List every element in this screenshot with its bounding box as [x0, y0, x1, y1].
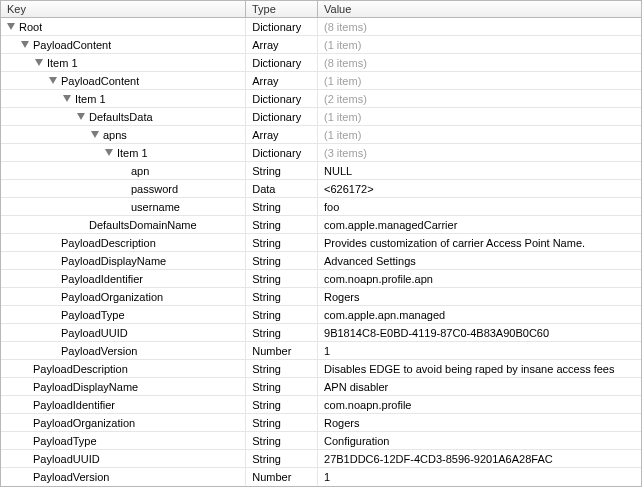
- type-cell[interactable]: Dictionary: [246, 108, 318, 125]
- table-row[interactable]: DefaultsDomainNameStringcom.apple.manage…: [1, 216, 641, 234]
- type-cell[interactable]: Dictionary: [246, 18, 318, 35]
- table-row[interactable]: PayloadDescriptionStringDisables EDGE to…: [1, 360, 641, 378]
- value-cell[interactable]: (2 items): [318, 90, 641, 107]
- type-cell[interactable]: String: [246, 414, 318, 431]
- key-cell[interactable]: apns: [1, 126, 246, 143]
- key-cell[interactable]: PayloadContent: [1, 36, 246, 53]
- value-cell[interactable]: 1: [318, 342, 641, 359]
- table-row[interactable]: PayloadDisplayNameStringAdvanced Setting…: [1, 252, 641, 270]
- key-cell[interactable]: PayloadOrganization: [1, 414, 246, 431]
- value-cell[interactable]: com.noapn.profile.apn: [318, 270, 641, 287]
- value-cell[interactable]: (1 item): [318, 72, 641, 89]
- value-cell[interactable]: NULL: [318, 162, 641, 179]
- key-cell[interactable]: Root: [1, 18, 246, 35]
- table-row[interactable]: PayloadUUIDString9B1814C8-E0BD-4119-87C0…: [1, 324, 641, 342]
- type-cell[interactable]: String: [246, 234, 318, 251]
- type-cell[interactable]: String: [246, 288, 318, 305]
- table-row[interactable]: PayloadOrganizationStringRogers: [1, 414, 641, 432]
- value-cell[interactable]: APN disabler: [318, 378, 641, 395]
- key-cell[interactable]: password: [1, 180, 246, 197]
- column-header-key[interactable]: Key: [0, 0, 246, 18]
- type-cell[interactable]: String: [246, 450, 318, 467]
- type-cell[interactable]: String: [246, 198, 318, 215]
- value-cell[interactable]: 9B1814C8-E0BD-4119-87C0-4B83A90B0C60: [318, 324, 641, 341]
- key-cell[interactable]: DefaultsData: [1, 108, 246, 125]
- value-cell[interactable]: Provides customization of carrier Access…: [318, 234, 641, 251]
- key-cell[interactable]: username: [1, 198, 246, 215]
- type-cell[interactable]: String: [246, 432, 318, 449]
- key-cell[interactable]: PayloadContent: [1, 72, 246, 89]
- table-row[interactable]: DefaultsDataDictionary(1 item): [1, 108, 641, 126]
- type-cell[interactable]: Array: [246, 126, 318, 143]
- table-row[interactable]: PayloadOrganizationStringRogers: [1, 288, 641, 306]
- table-row[interactable]: RootDictionary(8 items): [1, 18, 641, 36]
- key-cell[interactable]: PayloadVersion: [1, 468, 246, 486]
- table-row[interactable]: PayloadUUIDString27B1DDC6-12DF-4CD3-8596…: [1, 450, 641, 468]
- key-cell[interactable]: DefaultsDomainName: [1, 216, 246, 233]
- table-row[interactable]: PayloadContentArray(1 item): [1, 72, 641, 90]
- type-cell[interactable]: String: [246, 252, 318, 269]
- key-cell[interactable]: Item 1: [1, 90, 246, 107]
- key-cell[interactable]: Item 1: [1, 144, 246, 161]
- disclosure-triangle-icon[interactable]: [35, 59, 43, 66]
- disclosure-triangle-icon[interactable]: [49, 77, 57, 84]
- value-cell[interactable]: (1 item): [318, 108, 641, 125]
- table-row[interactable]: passwordData<626172>: [1, 180, 641, 198]
- table-row[interactable]: PayloadDisplayNameStringAPN disabler: [1, 378, 641, 396]
- type-cell[interactable]: Data: [246, 180, 318, 197]
- value-cell[interactable]: Rogers: [318, 288, 641, 305]
- type-cell[interactable]: String: [246, 216, 318, 233]
- type-cell[interactable]: Array: [246, 72, 318, 89]
- table-row[interactable]: PayloadTypeStringConfiguration: [1, 432, 641, 450]
- key-cell[interactable]: PayloadType: [1, 306, 246, 323]
- value-cell[interactable]: (8 items): [318, 54, 641, 71]
- value-cell[interactable]: 1: [318, 468, 641, 486]
- type-cell[interactable]: String: [246, 360, 318, 377]
- table-row[interactable]: PayloadIdentifierStringcom.noapn.profile…: [1, 270, 641, 288]
- type-cell[interactable]: Number: [246, 342, 318, 359]
- disclosure-triangle-icon[interactable]: [77, 113, 85, 120]
- key-cell[interactable]: PayloadDescription: [1, 234, 246, 251]
- type-cell[interactable]: String: [246, 324, 318, 341]
- table-row[interactable]: PayloadContentArray(1 item): [1, 36, 641, 54]
- value-cell[interactable]: com.apple.apn.managed: [318, 306, 641, 323]
- key-cell[interactable]: PayloadVersion: [1, 342, 246, 359]
- type-cell[interactable]: Dictionary: [246, 144, 318, 161]
- table-row[interactable]: PayloadVersionNumber1: [1, 342, 641, 360]
- key-cell[interactable]: PayloadDisplayName: [1, 252, 246, 269]
- value-cell[interactable]: foo: [318, 198, 641, 215]
- table-row[interactable]: PayloadTypeStringcom.apple.apn.managed: [1, 306, 641, 324]
- table-row[interactable]: PayloadIdentifierStringcom.noapn.profile: [1, 396, 641, 414]
- key-cell[interactable]: PayloadIdentifier: [1, 396, 246, 413]
- table-row[interactable]: apnStringNULL: [1, 162, 641, 180]
- value-cell[interactable]: (8 items): [318, 18, 641, 35]
- table-row[interactable]: Item 1Dictionary(2 items): [1, 90, 641, 108]
- table-row[interactable]: usernameStringfoo: [1, 198, 641, 216]
- type-cell[interactable]: String: [246, 306, 318, 323]
- key-cell[interactable]: PayloadUUID: [1, 324, 246, 341]
- type-cell[interactable]: String: [246, 270, 318, 287]
- key-cell[interactable]: PayloadIdentifier: [1, 270, 246, 287]
- value-cell[interactable]: Disables EDGE to avoid being raped by in…: [318, 360, 641, 377]
- value-cell[interactable]: Rogers: [318, 414, 641, 431]
- key-cell[interactable]: apn: [1, 162, 246, 179]
- table-row[interactable]: Item 1Dictionary(3 items): [1, 144, 641, 162]
- disclosure-triangle-icon[interactable]: [105, 149, 113, 156]
- value-cell[interactable]: <626172>: [318, 180, 641, 197]
- key-cell[interactable]: Item 1: [1, 54, 246, 71]
- type-cell[interactable]: Number: [246, 468, 318, 486]
- table-row[interactable]: Item 1Dictionary(8 items): [1, 54, 641, 72]
- value-cell[interactable]: com.apple.managedCarrier: [318, 216, 641, 233]
- value-cell[interactable]: Configuration: [318, 432, 641, 449]
- value-cell[interactable]: com.noapn.profile: [318, 396, 641, 413]
- type-cell[interactable]: Dictionary: [246, 90, 318, 107]
- type-cell[interactable]: String: [246, 378, 318, 395]
- key-cell[interactable]: PayloadOrganization: [1, 288, 246, 305]
- value-cell[interactable]: Advanced Settings: [318, 252, 641, 269]
- column-header-type[interactable]: Type: [246, 0, 318, 18]
- type-cell[interactable]: Dictionary: [246, 54, 318, 71]
- disclosure-triangle-icon[interactable]: [7, 23, 15, 30]
- table-row[interactable]: PayloadDescriptionStringProvides customi…: [1, 234, 641, 252]
- key-cell[interactable]: PayloadUUID: [1, 450, 246, 467]
- value-cell[interactable]: (3 items): [318, 144, 641, 161]
